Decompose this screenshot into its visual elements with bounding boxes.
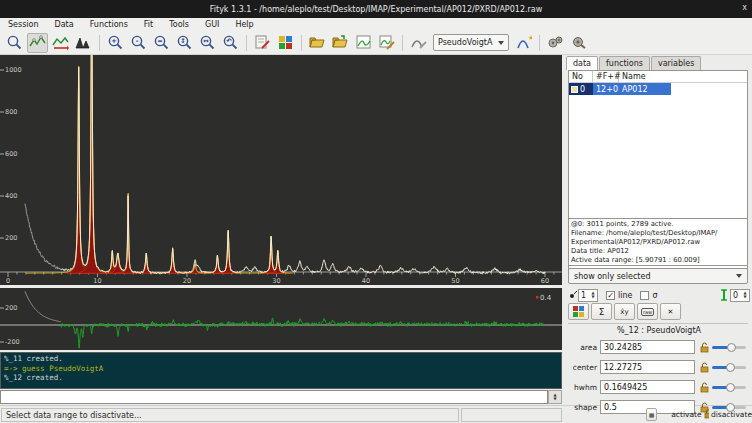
add-peak-button[interactable] (408, 33, 429, 53)
add-peak-mode-button[interactable] (73, 33, 94, 53)
col-no: No (569, 71, 593, 83)
svg-text:★: ★ (528, 34, 532, 42)
sum-button[interactable]: Σ (591, 303, 612, 320)
function-label: %_12 : PseudoVoigtA (566, 326, 752, 335)
line-checkbox-label: line (618, 291, 632, 300)
point-size-value: 1 (579, 291, 589, 300)
param-input-center[interactable]: 12.27275 (600, 360, 695, 374)
tab-variables[interactable]: variables (651, 56, 701, 70)
menu-tools[interactable]: Tools (161, 18, 197, 31)
previous-zoom-button[interactable]: ↶ (220, 33, 241, 53)
sidebar: datafunctionsvariables No #F+# Name 0 12… (566, 55, 752, 405)
lock-icon[interactable] (698, 382, 710, 393)
activate-option[interactable]: activate (671, 410, 701, 419)
add-peak-mode-icon (75, 34, 92, 51)
auto-add-peak-button[interactable]: ★ (513, 33, 534, 53)
status-message: Select data range to disactivate... (1, 408, 459, 422)
export-data-icon (378, 34, 395, 51)
menu-session[interactable]: Session (0, 18, 47, 31)
shift-spinner[interactable]: 0 ▲▼ (730, 289, 750, 302)
delete-button[interactable]: ✕ (660, 303, 681, 320)
zoom-all-button[interactable]: = (151, 33, 172, 53)
xy-transform-button[interactable]: x̂y (614, 303, 635, 320)
filter-dropdown[interactable]: show only selected (568, 268, 748, 284)
info-line: Experimental/AP012/PXRD/AP012.raw (571, 238, 745, 247)
data-range-mode-icon (52, 34, 69, 51)
color-grid-icon (573, 306, 585, 318)
menu-gui[interactable]: GUI (197, 18, 227, 31)
zoom-in-button[interactable]: + (105, 33, 126, 53)
data-view-mode-button[interactable] (27, 33, 48, 53)
zoom-out-button[interactable]: - (128, 33, 149, 53)
svg-text:↶: ↶ (226, 37, 232, 45)
data-range-mode-button[interactable] (50, 33, 71, 53)
run-fit-button[interactable] (545, 33, 566, 53)
dataset-fcount: 12+0 (593, 83, 619, 95)
menu-fit[interactable]: Fit (136, 18, 161, 31)
fit-settings-button[interactable] (568, 33, 589, 53)
info-line: @0: 3011 points, 2789 active. (571, 220, 745, 229)
param-row-area: area30.24285 (566, 337, 752, 357)
gui-config-button[interactable] (275, 33, 296, 53)
menu-functions[interactable]: Functions (82, 18, 136, 31)
param-input-hwhm[interactable]: 0.1649425 (600, 380, 695, 394)
export-data-button[interactable] (376, 33, 397, 53)
sigma-checkbox[interactable] (640, 291, 649, 300)
execute-script-button[interactable] (353, 33, 374, 53)
edit-script-button[interactable] (252, 33, 273, 53)
edit-script-icon (254, 34, 271, 51)
auto-add-peak-icon: ★ (515, 34, 532, 51)
error-bar-icon (720, 289, 728, 301)
svg-text:600: 600 (5, 150, 17, 158)
dataset-row[interactable]: 0 12+0 AP012 (569, 83, 747, 95)
command-history-spinner[interactable]: ▲▼ (548, 390, 562, 404)
info-line: Data title: AP012 (571, 247, 745, 256)
main-plot[interactable]: 20040060080010000102030405060 (0, 55, 562, 285)
raw-view-button[interactable]: raw (637, 303, 658, 320)
close-icon[interactable]: x (742, 3, 747, 12)
svg-text:=: = (157, 37, 162, 45)
toolbar-separator (301, 35, 302, 51)
col-functions: #F+# (593, 71, 619, 83)
point-size-spinner[interactable]: 1 ▲▼ (578, 289, 598, 302)
svg-text:↕: ↕ (180, 37, 185, 45)
zoom-mode-button[interactable] (4, 33, 25, 53)
open-session-button[interactable] (307, 33, 328, 53)
menu-data[interactable]: Data (47, 18, 82, 31)
disactivate-option[interactable]: disactivate (711, 410, 752, 419)
param-label: center (566, 363, 600, 372)
svg-text:30: 30 (272, 277, 280, 285)
tab-functions[interactable]: functions (599, 56, 650, 70)
param-input-area[interactable]: 30.24285 (600, 340, 695, 354)
param-slider-area[interactable] (712, 340, 746, 354)
menu-bar: SessionDataFunctionsFitToolsGUIHelp (0, 18, 752, 31)
data-colors-button[interactable] (568, 303, 589, 320)
command-input[interactable] (0, 390, 548, 404)
add-peak-icon (410, 34, 427, 51)
svg-text:10: 10 (93, 277, 101, 285)
tab-data[interactable]: data (566, 56, 598, 70)
range-mode-row: ▦ activate disactivate (566, 406, 752, 422)
lock-icon[interactable] (698, 362, 710, 373)
zoom-horizontal-button[interactable]: ↔ (197, 33, 218, 53)
param-slider-center[interactable] (712, 360, 746, 374)
import-data-button[interactable] (330, 33, 351, 53)
zoom-horizontal-icon: ↔ (199, 34, 216, 51)
dataset-checkbox[interactable] (571, 86, 578, 93)
param-slider-hwhm[interactable] (712, 380, 746, 394)
open-session-icon (309, 34, 326, 51)
menu-help[interactable]: Help (227, 18, 261, 31)
lock-icon[interactable] (698, 342, 710, 353)
line-checkbox[interactable]: ✓ (606, 291, 615, 300)
function-type-combo[interactable]: PseudoVoigtA (433, 34, 509, 51)
svg-text:1000: 1000 (5, 66, 22, 74)
zoom-vertical-button[interactable]: ↕ (174, 33, 195, 53)
toolbar-separator (539, 35, 540, 51)
svg-text:-: - (136, 37, 139, 45)
unlock-icon (704, 409, 709, 419)
auxiliary-plot[interactable]: 200-2000.4 (0, 288, 562, 350)
data-view-mode-icon (29, 34, 46, 51)
range-options-button[interactable]: ▦ (646, 408, 657, 421)
toolbar: + - = ↕ ↔ ↶ PseudoVoigtA ★ (0, 31, 752, 55)
point-size-icon (568, 290, 578, 300)
